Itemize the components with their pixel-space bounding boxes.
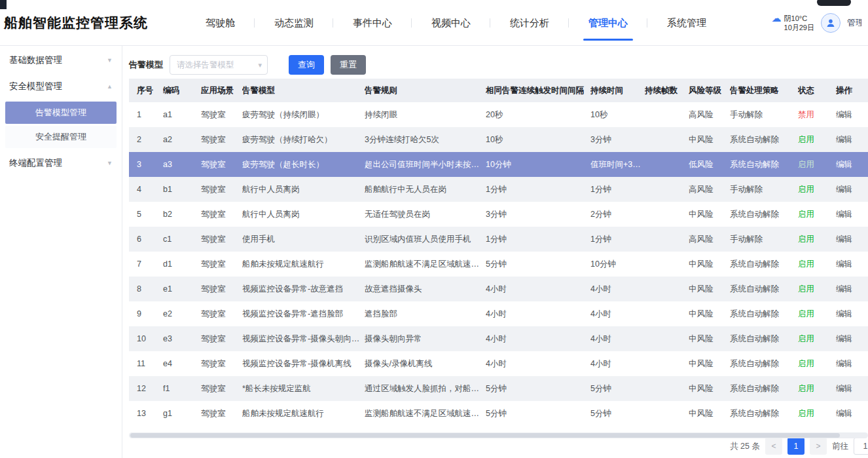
table-cell: 系统自动解除 xyxy=(730,277,798,301)
column-header: 告警处理策略 xyxy=(730,79,798,102)
nav-item[interactable]: 管理中心 xyxy=(569,0,647,46)
edit-button[interactable]: 编辑 xyxy=(836,135,852,144)
table-cell: 高风险 xyxy=(689,102,730,127)
table-row[interactable]: 7d1驾驶室船舶未按规定航速航行监测船舶航速不满足区域航速限制规定5分钟10分钟… xyxy=(129,252,868,277)
nav-item[interactable]: 驾驶舱 xyxy=(186,0,255,46)
table-row[interactable]: 12f1驾驶室*船长未按规定监航通过区域触发人脸抓拍，对船长身份...5分钟5分… xyxy=(129,376,868,401)
table-cell: 系统自动解除 xyxy=(730,401,798,426)
table-cell: a2 xyxy=(163,127,201,152)
table-cell: 12 xyxy=(129,376,163,401)
table-cell: 5分钟 xyxy=(590,401,645,426)
table-cell xyxy=(645,326,689,351)
nav-item[interactable]: 事件中心 xyxy=(333,0,412,46)
operation-cell: 编辑 xyxy=(836,401,868,426)
nav-item[interactable]: 视频中心 xyxy=(412,0,490,46)
status-cell: 禁用 xyxy=(798,102,836,127)
table-row[interactable]: 13g1驾驶室船舶未按规定航速航行监测船舶航速不满足区域航速限制规定5分钟5分钟… xyxy=(129,401,868,426)
prev-page-button[interactable]: < xyxy=(765,438,782,455)
edit-button[interactable]: 编辑 xyxy=(836,409,852,418)
edit-button[interactable]: 编辑 xyxy=(836,309,852,318)
table-row[interactable]: 5b2驾驶室航行中人员离岗无适任驾驶员在岗3分钟2分钟中风险系统自动解除启用编辑 xyxy=(129,202,868,227)
column-header: 编码 xyxy=(163,79,201,102)
table-cell: 10分钟 xyxy=(486,152,590,177)
alarm-model-select[interactable]: 请选择告警模型 ▾ xyxy=(170,55,268,75)
page-1-button[interactable]: 1 xyxy=(787,438,805,455)
sidebar-item[interactable]: 告警模型管理 xyxy=(5,102,117,124)
table-cell: 无适任驾驶员在岗 xyxy=(365,202,486,227)
table-cell: 驾驶室 xyxy=(201,252,242,277)
edit-button[interactable]: 编辑 xyxy=(836,235,852,244)
weather-date: 10月29日 xyxy=(784,23,814,32)
top-header: 船舶智能监控管理系统 驾驶舱动态监测事件中心视频中心统计分析管理中心系统管理 ☁… xyxy=(0,0,868,46)
nav-item[interactable]: 系统管理 xyxy=(647,0,726,46)
column-header: 应用场景 xyxy=(201,79,242,102)
filter-label: 告警模型 xyxy=(129,59,163,71)
operation-cell: 编辑 xyxy=(836,252,868,277)
status-cell: 启用 xyxy=(798,127,836,152)
table-row[interactable]: 3a3驾驶室疲劳驾驶（超长时长）超出公司值班时间半小时未按规定交接10分钟值班时… xyxy=(129,152,868,177)
table-header-row: 序号编码应用场景告警模型告警规则相同告警连续触发时间间隔持续时间持续帧数风险等级… xyxy=(129,79,868,102)
status-cell: 启用 xyxy=(798,351,836,376)
nav-item[interactable]: 动态监测 xyxy=(255,0,333,46)
scrollbar-thumb[interactable] xyxy=(130,433,840,438)
edit-button[interactable]: 编辑 xyxy=(836,359,852,368)
cloud-icon: ☁ xyxy=(772,14,782,23)
edit-button[interactable]: 编辑 xyxy=(836,160,852,169)
table-cell: f1 xyxy=(163,376,201,401)
table-row[interactable]: 9e2驾驶室视频监控设备异常-遮挡脸部遮挡脸部4小时4小时中风险系统自动解除启用… xyxy=(129,301,868,326)
table-cell: 4小时 xyxy=(590,351,645,376)
table-cell xyxy=(645,401,689,426)
table-row[interactable]: 6c1驾驶室使用手机识别区域内值班人员使用手机1分钟1分钟高风险手动解除启用编辑 xyxy=(129,227,868,252)
edit-button[interactable]: 编辑 xyxy=(836,210,852,219)
pagination: 共 25 条 < 1 > 前往 xyxy=(129,438,868,458)
table-cell: 系统自动解除 xyxy=(730,376,798,401)
edit-button[interactable]: 编辑 xyxy=(836,384,852,393)
sidebar-group[interactable]: 基础数据管理▼ xyxy=(0,47,122,73)
edit-button[interactable]: 编辑 xyxy=(836,110,852,119)
table-cell: 中风险 xyxy=(689,351,730,376)
next-page-button[interactable]: > xyxy=(810,438,827,455)
main-nav: 驾驶舱动态监测事件中心视频中心统计分析管理中心系统管理 xyxy=(186,0,726,46)
sidebar-group-label: 安全模型管理 xyxy=(9,81,62,92)
table-row[interactable]: 11e4驾驶室视频监控设备异常-摄像机离线摄像头/录像机离线4小时4小时中风险系… xyxy=(129,351,868,376)
table-cell: 驾驶室 xyxy=(201,301,242,326)
table-cell: 摄像头/录像机离线 xyxy=(365,351,486,376)
reset-button[interactable]: 重置 xyxy=(331,55,366,75)
operation-cell: 编辑 xyxy=(836,227,868,252)
sidebar-item[interactable]: 安全提醒管理 xyxy=(5,126,117,148)
edit-button[interactable]: 编辑 xyxy=(836,185,852,194)
search-button[interactable]: 查询 xyxy=(289,55,324,75)
table-row[interactable]: 1a1驾驶室疲劳驾驶（持续闭眼）持续闭眼20秒10秒高风险手动解除禁用编辑 xyxy=(129,102,868,127)
alarm-model-table-wrap: 序号编码应用场景告警模型告警规则相同告警连续触发时间间隔持续时间持续帧数风险等级… xyxy=(129,79,868,426)
table-cell: 视频监控设备异常-摄像头朝向异常 xyxy=(242,326,365,351)
edit-button[interactable]: 编辑 xyxy=(836,259,852,269)
table-cell: 3 xyxy=(129,152,163,177)
table-row[interactable]: 10e3驾驶室视频监控设备异常-摄像头朝向异常摄像头朝向异常4小时4小时中风险系… xyxy=(129,326,868,351)
table-cell: 5分钟 xyxy=(486,376,590,401)
sidebar-group[interactable]: 安全模型管理▲ xyxy=(0,73,122,100)
status-badge: 启用 xyxy=(798,235,814,244)
horizontal-scrollbar[interactable] xyxy=(129,432,868,438)
table-row[interactable]: 4b1驾驶室航行中人员离岗船舶航行中无人员在岗1分钟1分钟高风险手动解除启用编辑 xyxy=(129,177,868,202)
operation-cell: 编辑 xyxy=(836,127,868,152)
sidebar-group[interactable]: 终端配置管理▼ xyxy=(0,150,122,176)
table-cell: 2 xyxy=(129,127,163,152)
user-label[interactable]: 管理 xyxy=(847,17,861,29)
table-row[interactable]: 2a2驾驶室疲劳驾驶（持续打哈欠）3分钟连续打哈欠5次10秒3分钟中风险系统自动… xyxy=(129,127,868,152)
table-cell: 中风险 xyxy=(689,326,730,351)
chevron-down-icon: ▾ xyxy=(258,61,262,69)
goto-page-input[interactable] xyxy=(854,438,868,455)
table-cell: g1 xyxy=(163,401,201,426)
table-cell: 系统自动解除 xyxy=(730,252,798,277)
table-row[interactable]: 8e1驾驶室视频监控设备异常-故意遮挡故意遮挡摄像头4小时4小时中风险系统自动解… xyxy=(129,277,868,301)
table-cell: 驾驶室 xyxy=(201,277,242,301)
avatar[interactable] xyxy=(821,13,841,33)
table-cell: 监测船舶航速不满足区域航速限制规定 xyxy=(365,401,486,426)
table-cell: 通过区域触发人脸抓拍，对船长身份... xyxy=(365,376,486,401)
table-cell: 1分钟 xyxy=(486,177,590,202)
edit-button[interactable]: 编辑 xyxy=(836,334,852,343)
table-cell: 3分钟连续打哈欠5次 xyxy=(365,127,486,152)
nav-item[interactable]: 统计分析 xyxy=(490,0,569,46)
edit-button[interactable]: 编辑 xyxy=(836,284,852,294)
table-cell: 5分钟 xyxy=(590,376,645,401)
